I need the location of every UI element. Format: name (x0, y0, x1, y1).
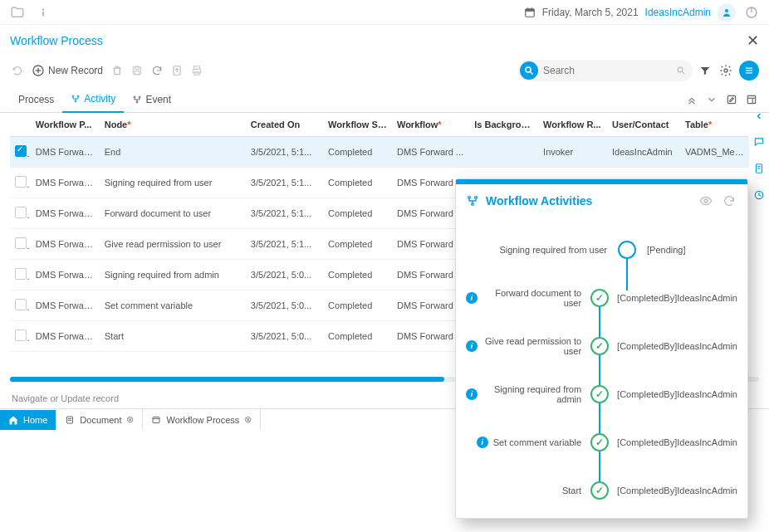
column-header[interactable]: Workflow P... (31, 113, 100, 137)
table-cell: Completed (323, 229, 392, 260)
search-button[interactable] (520, 61, 538, 80)
layout-icon[interactable] (744, 92, 759, 107)
event-icon (132, 95, 142, 105)
row-checkbox[interactable] (15, 176, 27, 188)
table-cell: 3/5/2021, 5:0... (246, 260, 323, 290)
bottom-tab-workflow[interactable]: Workflow Process ⊗ (143, 409, 261, 430)
table-cell: DMS Forward ... (31, 321, 100, 352)
column-header[interactable]: Is Backgrou... (469, 113, 538, 137)
info-icon[interactable]: i (466, 340, 478, 352)
print-icon[interactable] (189, 63, 204, 78)
calendar-icon (524, 7, 536, 18)
timeline-step: Start✓[CompletedBy]IdeasIncAdmin (466, 466, 737, 515)
table-cell: Start (100, 321, 246, 352)
table-cell: Forward document to user (100, 198, 246, 229)
search-input[interactable] (538, 65, 676, 76)
chevron-down-icon[interactable] (704, 92, 719, 107)
svg-rect-3 (526, 8, 535, 11)
gear-icon[interactable] (718, 62, 734, 79)
step-label: Start (562, 486, 581, 495)
table-row[interactable]: DMS Forward ...End3/5/2021, 5:1...Comple… (10, 137, 749, 168)
rail-chat-icon[interactable] (752, 134, 767, 149)
step-status: [CompletedBy]IdeasIncAdmin (609, 486, 737, 495)
menu-button[interactable] (739, 61, 759, 81)
export-icon[interactable] (169, 63, 184, 78)
undo-icon[interactable] (10, 63, 25, 78)
svg-point-20 (526, 67, 531, 72)
column-header[interactable]: Created On (246, 113, 323, 137)
page-title: Workflow Process (10, 34, 103, 47)
svg-point-30 (75, 100, 76, 102)
row-checkbox[interactable] (15, 329, 27, 341)
step-status: [Pending] (639, 245, 737, 255)
completed-dot: ✓ (590, 289, 609, 307)
info-icon[interactable]: i (477, 437, 488, 448)
table-cell: 3/5/2021, 5:0... (246, 321, 323, 352)
row-checkbox[interactable] (15, 207, 27, 218)
info-icon[interactable] (35, 4, 51, 21)
tab-event[interactable]: Event (124, 87, 179, 112)
table-cell: Give read permission to user (100, 229, 246, 260)
info-icon[interactable]: i (466, 388, 478, 400)
search-wrap[interactable] (518, 60, 693, 81)
close-icon[interactable]: ✕ (747, 32, 759, 50)
close-tab-icon[interactable]: ⊗ (244, 414, 252, 425)
rail-chevron-icon[interactable] (752, 110, 766, 123)
column-header[interactable]: User/Contact (607, 113, 680, 137)
completed-dot: ✓ (590, 481, 609, 500)
timeline-step: iSigning required from admin✓[CompletedB… (466, 370, 737, 418)
bottom-tab-home[interactable]: Home (0, 410, 56, 430)
rail-doc-icon[interactable] (752, 161, 767, 176)
svg-point-50 (704, 199, 708, 203)
svg-point-31 (134, 96, 135, 98)
power-button[interactable] (742, 3, 761, 22)
row-checkbox[interactable] (15, 237, 27, 249)
svg-point-0 (42, 8, 45, 11)
row-checkbox[interactable] (15, 299, 27, 310)
table-cell: 3/5/2021, 5:1... (246, 168, 323, 198)
row-checkbox[interactable] (15, 145, 27, 157)
edit-icon[interactable] (724, 92, 739, 107)
panel-eye-icon[interactable] (698, 193, 714, 209)
table-cell: End (100, 137, 246, 168)
new-record-button[interactable]: New Record (30, 62, 105, 79)
search-icon[interactable] (676, 66, 686, 76)
column-header[interactable]: Workflow St... (323, 113, 392, 137)
column-header[interactable]: Workflow* (392, 113, 469, 137)
tab-activity[interactable]: Activity (62, 86, 124, 113)
table-cell: Completed (323, 260, 392, 290)
filter-icon[interactable] (698, 63, 713, 78)
folder-icon[interactable] (8, 3, 27, 22)
row-checkbox[interactable] (15, 268, 27, 280)
home-icon (8, 415, 18, 425)
tab-process[interactable]: Process (10, 87, 62, 112)
save-icon[interactable] (130, 63, 144, 78)
step-status: [CompletedBy]IdeasIncAdmin (609, 341, 737, 351)
table-cell: DMS Forward ... (31, 229, 100, 260)
tab-event-label: Event (145, 94, 171, 105)
collapse-icon[interactable] (684, 92, 699, 107)
bottom-tab-document[interactable]: Document ⊗ (56, 409, 143, 430)
info-icon[interactable]: i (466, 292, 478, 304)
delete-icon[interactable] (110, 63, 125, 78)
rail-history-icon[interactable] (752, 188, 767, 203)
refresh-icon[interactable] (149, 63, 164, 78)
timeline-step: iForward document to user✓[CompletedBy]I… (466, 274, 737, 322)
timeline-step: iGive read permission to user✓[Completed… (466, 322, 737, 370)
column-header[interactable]: Workflow R... (538, 113, 607, 137)
scroll-thumb[interactable] (10, 377, 444, 382)
timeline-step: iSet comment variable✓[CompletedBy]Ideas… (466, 418, 737, 466)
avatar-button[interactable] (718, 3, 736, 22)
svg-line-21 (531, 72, 533, 75)
column-header[interactable]: Table* (680, 113, 749, 137)
step-status: [CompletedBy]IdeasIncAdmin (609, 437, 737, 447)
tab-process-label: Process (18, 94, 54, 105)
svg-point-28 (72, 95, 74, 97)
close-tab-icon[interactable]: ⊗ (126, 414, 134, 425)
svg-point-47 (468, 197, 471, 199)
panel-refresh-icon[interactable] (721, 193, 737, 209)
svg-point-24 (724, 69, 727, 72)
bottom-tab-document-label: Document (80, 415, 121, 425)
column-header[interactable]: Node* (100, 113, 246, 137)
username-link[interactable]: IdeasIncAdmin (645, 7, 711, 18)
